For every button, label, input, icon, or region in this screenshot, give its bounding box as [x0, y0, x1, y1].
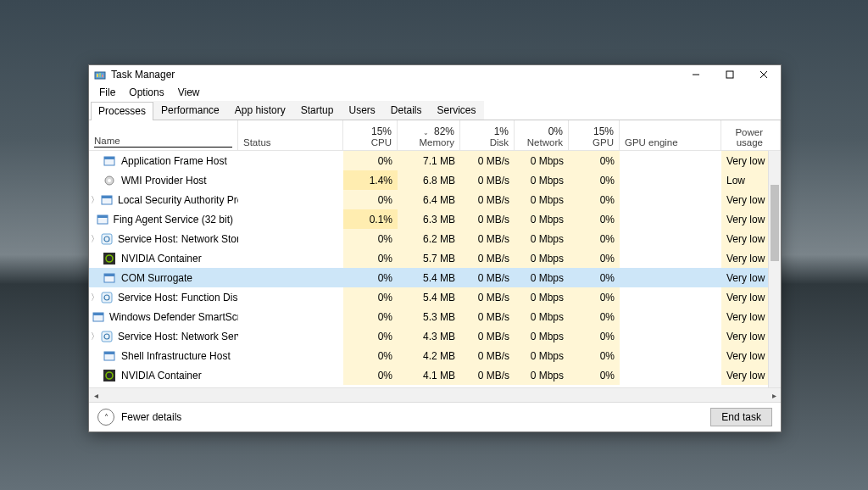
network-cell: 0 Mbps [515, 307, 569, 326]
header-network[interactable]: 0%Network [515, 120, 569, 150]
process-icon [101, 291, 113, 304]
tab-users[interactable]: Users [341, 101, 382, 120]
svg-rect-30 [103, 370, 115, 381]
cpu-cell: 0% [343, 190, 398, 209]
scrollbar-track[interactable] [103, 388, 767, 402]
table-row[interactable]: 〉Service Host: Network Store Inte...0%6.… [89, 229, 781, 248]
expand-icon[interactable]: 〉 [91, 331, 99, 342]
table-row[interactable]: NVIDIA Container0%5.7 MB0 MB/s0 Mbps0%Ve… [89, 248, 781, 268]
gpu-cell: 0% [569, 248, 620, 268]
fewer-details-button[interactable]: ˄ Fewer details [97, 409, 181, 426]
memory-cell: 6.3 MB [398, 209, 460, 229]
expand-icon[interactable]: 〉 [91, 292, 99, 303]
maximize-button[interactable] [713, 65, 747, 84]
memory-cell: 4.3 MB [398, 326, 460, 346]
svg-rect-21 [104, 274, 114, 276]
process-icon [103, 271, 116, 285]
header-cpu[interactable]: 15%CPU [343, 120, 398, 150]
tab-app-history[interactable]: App history [227, 101, 293, 120]
memory-cell: 6.8 MB [398, 170, 460, 190]
disk-cell: 0 MB/s [460, 190, 515, 209]
gpu-cell: 0% [569, 287, 620, 307]
table-row[interactable]: Fing Agent Service (32 bit)0.1%6.3 MB0 M… [89, 209, 781, 229]
process-name-cell: Application Frame Host [89, 151, 238, 170]
process-name-cell: 〉Local Security Authority Process... [89, 190, 238, 209]
menu-file[interactable]: File [94, 86, 120, 99]
process-name-cell: 〉Service Host: Network Store Inte... [89, 229, 238, 248]
disk-cell: 0 MB/s [460, 268, 515, 287]
cpu-cell: 0.1% [343, 209, 398, 229]
minimize-button[interactable] [679, 65, 713, 84]
title-bar[interactable]: Task Manager [89, 65, 781, 84]
cpu-cell: 1.4% [343, 170, 398, 190]
horizontal-scrollbar[interactable]: ◂ ▸ [89, 387, 781, 402]
expand-icon[interactable]: 〉 [91, 233, 99, 245]
status-cell [238, 151, 343, 170]
header-gpu-engine[interactable]: GPU engine [620, 120, 721, 150]
end-task-button[interactable]: End task [710, 408, 772, 426]
process-icon [103, 174, 116, 187]
cpu-cell: 0% [343, 287, 398, 307]
scroll-right-icon[interactable]: ▸ [767, 388, 781, 402]
status-cell [238, 170, 343, 190]
task-manager-window: Task Manager File Options View Processes… [88, 64, 782, 432]
cpu-cell: 0% [343, 346, 398, 365]
status-cell [238, 248, 343, 268]
gpu-cell: 0% [569, 365, 620, 385]
memory-cell: 5.4 MB [398, 287, 460, 307]
header-gpu[interactable]: 15%GPU [569, 120, 620, 150]
gpu-engine-cell [620, 287, 721, 307]
process-icon [92, 310, 104, 324]
process-name-cell: WMI Provider Host [89, 170, 238, 190]
header-disk[interactable]: 1%Disk [460, 120, 515, 150]
table-row[interactable]: Windows Defender SmartScreen0%5.3 MB0 MB… [89, 307, 781, 326]
menu-view[interactable]: View [173, 86, 205, 99]
header-power-usage[interactable]: Power usage [721, 120, 781, 150]
table-row[interactable]: 〉Service Host: Function Discover...0%5.4… [89, 287, 781, 307]
vertical-scrollbar[interactable] [768, 151, 781, 387]
status-cell [238, 346, 343, 365]
tab-processes[interactable]: Processes [91, 102, 153, 120]
tab-details[interactable]: Details [383, 101, 430, 120]
network-cell: 0 Mbps [515, 170, 569, 190]
gpu-engine-cell [620, 151, 721, 170]
memory-cell: 5.7 MB [398, 248, 460, 268]
svg-rect-26 [102, 331, 112, 342]
scroll-left-icon[interactable]: ◂ [89, 388, 103, 402]
sort-indicator-icon: ⌄ [423, 129, 429, 136]
network-cell: 0 Mbps [515, 151, 569, 170]
status-cell [238, 326, 343, 346]
table-row[interactable]: 〉Service Host: Network Service0%4.3 MB0 … [89, 326, 781, 346]
table-row[interactable]: Application Frame Host0%7.1 MB0 MB/s0 Mb… [89, 151, 781, 170]
table-row[interactable]: 〉Local Security Authority Process...0%6.… [89, 190, 781, 209]
table-row[interactable]: WMI Provider Host1.4%6.8 MB0 MB/s0 Mbps0… [89, 170, 781, 190]
process-name: Service Host: Network Service [118, 331, 238, 342]
header-memory[interactable]: ⌄82%Memory [398, 120, 460, 150]
menu-options[interactable]: Options [124, 86, 169, 99]
svg-rect-2 [99, 73, 101, 77]
gpu-cell: 0% [569, 326, 620, 346]
process-rows: Application Frame Host0%7.1 MB0 MB/s0 Mb… [89, 151, 781, 387]
tab-startup[interactable]: Startup [293, 101, 342, 120]
tab-performance[interactable]: Performance [153, 101, 227, 120]
header-status[interactable]: Status [238, 120, 343, 150]
close-button[interactable] [747, 65, 781, 84]
table-row[interactable]: NVIDIA Container0%4.1 MB0 MB/s0 Mbps0%Ve… [89, 365, 781, 385]
header-name[interactable]: Name [89, 120, 238, 150]
table-row[interactable]: Shell Infrastructure Host0%4.2 MB0 MB/s0… [89, 346, 781, 365]
cpu-cell: 0% [343, 365, 398, 385]
gpu-engine-cell [620, 190, 721, 209]
table-row[interactable]: COM Surrogate0%5.4 MB0 MB/s0 Mbps0%Very … [89, 268, 781, 287]
gpu-engine-cell [620, 346, 721, 365]
menu-bar: File Options View [89, 84, 781, 101]
gpu-engine-cell [620, 248, 721, 268]
process-name-cell: Shell Infrastructure Host [89, 346, 238, 365]
process-name: Service Host: Function Discover... [118, 292, 238, 303]
expand-icon[interactable]: 〉 [91, 194, 99, 206]
scrollbar-thumb[interactable] [771, 185, 779, 261]
cpu-cell: 0% [343, 307, 398, 326]
tab-services[interactable]: Services [430, 101, 484, 120]
disk-cell: 0 MB/s [460, 229, 515, 248]
process-name-cell: NVIDIA Container [89, 248, 238, 268]
status-cell [238, 365, 343, 385]
